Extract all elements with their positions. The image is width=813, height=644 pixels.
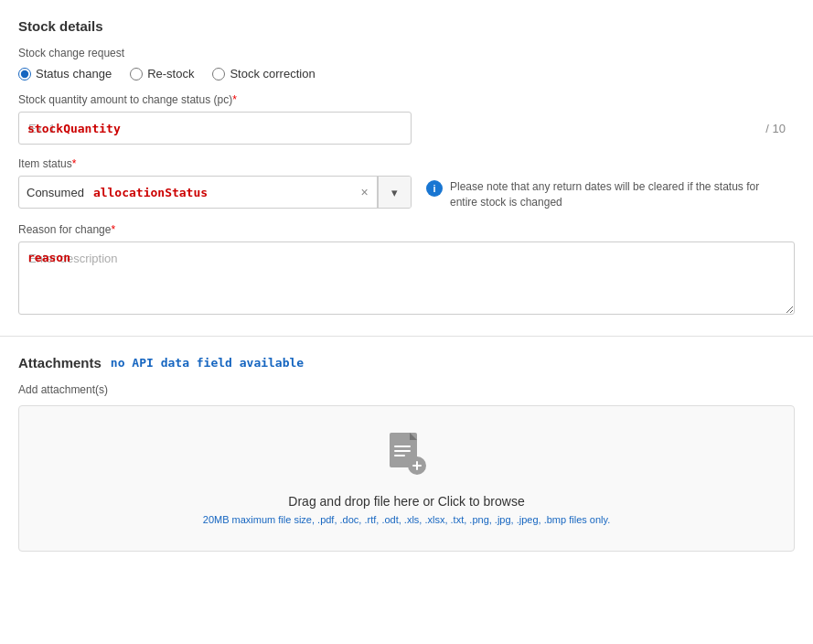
item-status-value: Consumed allocationStatus [19, 186, 352, 199]
svg-rect-2 [394, 445, 411, 447]
item-status-label: Item status* [18, 157, 795, 170]
svg-rect-3 [394, 450, 411, 452]
drop-zone[interactable]: Drag and drop file here or Click to brow… [18, 405, 795, 552]
stock-change-request-label: Stock change request [18, 47, 795, 59]
reason-for-change-label: Reason for change* [18, 223, 795, 236]
stock-change-radio-group: Status change Re-stock Stock correction [18, 67, 795, 80]
attachments-header: Attachments no API data field available [18, 355, 795, 370]
stock-quantity-wrapper: stockQuantity / 10 [18, 112, 795, 145]
radio-stock-correction-label: Stock correction [230, 67, 315, 80]
radio-status-change-label: Status change [36, 67, 112, 80]
stock-quantity-suffix: / 10 [765, 122, 786, 135]
radio-status-change[interactable]: Status change [18, 67, 112, 80]
no-api-label: no API data field available [111, 356, 304, 370]
item-status-info-text: Please note that any return dates will b… [450, 179, 774, 210]
attachments-title: Attachments [18, 355, 102, 370]
radio-re-stock-label: Re-stock [147, 67, 194, 80]
info-icon: i [426, 180, 443, 197]
section-title: Stock details [18, 18, 795, 34]
stock-quantity-input[interactable] [18, 112, 412, 145]
allocation-status-placeholder: allocationStatus [93, 186, 208, 199]
reason-textarea-wrapper: reason [18, 242, 795, 317]
attachments-section: Attachments no API data field available … [0, 337, 813, 570]
stock-details-section: Stock details Stock change request Statu… [0, 0, 813, 337]
item-status-clear-button[interactable]: × [352, 176, 378, 209]
item-status-select[interactable]: Consumed allocationStatus × ▾ [18, 176, 412, 209]
item-status-dropdown-button[interactable]: ▾ [378, 176, 411, 209]
item-status-select-wrapper: Consumed allocationStatus × ▾ [18, 176, 412, 209]
reason-textarea[interactable] [18, 242, 795, 315]
stock-quantity-label: Stock quantity amount to change status (… [18, 93, 795, 106]
file-upload-icon [382, 431, 432, 483]
svg-rect-4 [394, 455, 405, 456]
chevron-down-icon: ▾ [391, 186, 398, 199]
radio-re-stock[interactable]: Re-stock [130, 67, 194, 80]
item-status-info-box: i Please note that any return dates will… [426, 176, 774, 210]
add-attachment-label: Add attachment(s) [18, 383, 795, 396]
radio-stock-correction[interactable]: Stock correction [212, 67, 315, 80]
item-status-row: Consumed allocationStatus × ▾ i Please n… [18, 176, 795, 210]
drop-zone-text: Drag and drop file here or Click to brow… [288, 494, 524, 509]
drop-zone-hint: 20MB maximum file size, .pdf, .doc, .rtf… [203, 514, 610, 525]
svg-rect-7 [416, 461, 418, 470]
